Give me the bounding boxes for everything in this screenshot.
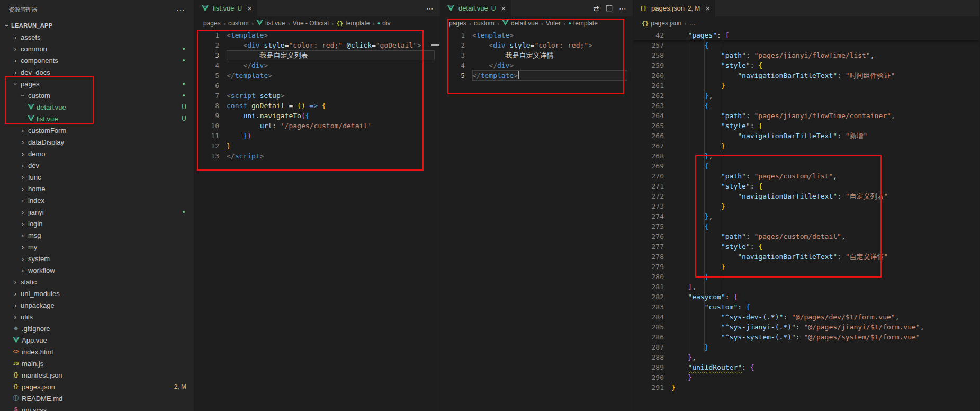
- tree-folder-dev[interactable]: ›dev: [0, 159, 194, 171]
- tree-folder-demo[interactable]: ›demo: [0, 148, 194, 159]
- breadcrumb-item-div[interactable]: ●div: [377, 20, 391, 27]
- code-line-3[interactable]: 3 我是自定义列表: [195, 50, 440, 60]
- code-line-10[interactable]: 10 url: '/pages/custom/detail': [195, 121, 440, 131]
- code-line-284[interactable]: 284 "^sys-dev-(.*)": "@/pages/dev/$1/for…: [633, 312, 979, 322]
- code-editor-list-vue[interactable]: 1<template>2 <div style="color: red;" @c…: [195, 30, 440, 411]
- code-line-279[interactable]: 279 }: [633, 262, 979, 272]
- breadcrumb-item-Vuter[interactable]: Vuter: [546, 20, 561, 27]
- code-line-4[interactable]: 4 </div>: [195, 60, 440, 70]
- tree-folder-msg[interactable]: ›msg: [0, 229, 194, 241]
- tree-folder-pages[interactable]: ›pages●: [0, 78, 194, 90]
- close-icon[interactable]: ×: [247, 4, 252, 12]
- tree-folder-dev_docs[interactable]: ›dev_docs: [0, 66, 194, 78]
- tree-folder-func[interactable]: ›func: [0, 171, 194, 183]
- code-line-5[interactable]: 5</template>: [440, 70, 633, 81]
- code-line-257[interactable]: 257 {: [633, 40, 979, 50]
- code-line-263[interactable]: 263 {: [633, 101, 979, 111]
- code-editor-detail-vue[interactable]: 1<template>2 <div style="color: red;">3 …: [440, 30, 633, 411]
- code-line-287[interactable]: 287 }: [633, 342, 979, 352]
- code-line-280[interactable]: 280 }: [633, 272, 979, 282]
- code-line-264[interactable]: 264 "path": "pages/jianyi/flowTime/conta…: [633, 111, 979, 121]
- code-line-281[interactable]: 281 ],: [633, 282, 979, 292]
- tree-folder-common[interactable]: ›common●: [0, 43, 194, 55]
- breadcrumb-item-pages[interactable]: pages: [449, 20, 466, 27]
- compare-changes-icon[interactable]: ⇄: [593, 5, 599, 12]
- code-line-274[interactable]: 274 },: [633, 211, 979, 221]
- close-icon[interactable]: ×: [501, 4, 506, 12]
- code-line-267[interactable]: 267 }: [633, 141, 979, 151]
- code-line-7[interactable]: 7<script setup>: [195, 91, 440, 101]
- code-line-6[interactable]: 6: [195, 81, 440, 91]
- tree-folder-components[interactable]: ›components●: [0, 55, 194, 66]
- code-line-260[interactable]: 260 "navigationBarTitleText": "时间组件验证": [633, 70, 979, 81]
- tree-file-App.vue[interactable]: App.vue: [0, 334, 194, 346]
- code-line-11[interactable]: 11 }): [195, 131, 440, 141]
- code-line-289[interactable]: 289 "uniIdRouter": {: [633, 362, 979, 372]
- code-line-286[interactable]: 286 "^sys-system-(.*)": "@/pages/system/…: [633, 332, 979, 342]
- code-line-268[interactable]: 268 },: [633, 151, 979, 161]
- breadcrumb-item-pages.json[interactable]: {}pages.json: [642, 20, 681, 27]
- code-line-269[interactable]: 269 {: [633, 161, 979, 171]
- breadcrumb-item-detail.vue[interactable]: detail.vue: [502, 20, 538, 28]
- code-line-261[interactable]: 261 }: [633, 81, 979, 91]
- breadcrumb-item-custom[interactable]: custom: [474, 20, 495, 27]
- code-line-290[interactable]: 290 }: [633, 372, 979, 382]
- code-line-276[interactable]: 276 "path": "pages/custom/detail",: [633, 231, 979, 242]
- breadcrumb-item-…[interactable]: …: [689, 20, 696, 27]
- tree-folder-customForm[interactable]: ›customForm: [0, 124, 194, 136]
- code-line-266[interactable]: 266 "navigationBarTitleText": "新增": [633, 131, 979, 141]
- code-line-259[interactable]: 259 "style": {: [633, 60, 979, 70]
- code-line-1[interactable]: 1<template>: [195, 30, 440, 40]
- sticky-line-42[interactable]: 42 "pages": [: [633, 30, 979, 40]
- code-line-265[interactable]: 265 "style": {: [633, 121, 979, 131]
- code-line-275[interactable]: 275 {: [633, 221, 979, 231]
- tree-folder-workflow[interactable]: ›workflow: [0, 264, 194, 276]
- tree-folder-index[interactable]: ›index: [0, 194, 194, 206]
- tree-file-.gitignore[interactable]: ◆.gitignore: [0, 323, 194, 334]
- code-line-285[interactable]: 285 "^sys-jianyi-(.*)": "@/pages/jianyi/…: [633, 322, 979, 332]
- tree-file-detail.vue[interactable]: detail.vueU: [0, 101, 194, 113]
- code-line-8[interactable]: 8const goDetail = () => {: [195, 101, 440, 111]
- tree-folder-static[interactable]: ›static: [0, 276, 194, 288]
- tab-pages-json[interactable]: {} pages.json 2, M ×: [633, 0, 715, 16]
- tree-folder-login[interactable]: ›login: [0, 218, 194, 229]
- tab-list-vue[interactable]: list.vue U ×: [195, 0, 257, 16]
- tree-file-pages.json[interactable]: {}pages.json2, M: [0, 381, 194, 392]
- code-line-5[interactable]: 5</template>: [195, 70, 440, 81]
- breadcrumb-item-template[interactable]: {}template: [336, 20, 370, 27]
- tab-detail-vue[interactable]: detail.vue U ×: [440, 0, 511, 16]
- code-line-278[interactable]: 278 "navigationBarTitleText": "自定义详情": [633, 252, 979, 262]
- breadcrumb-item-Vue - Official[interactable]: Vue - Official: [293, 20, 329, 27]
- code-line-283[interactable]: 283 "custom": {: [633, 302, 979, 312]
- breadcrumb-item-pages[interactable]: pages: [203, 20, 221, 27]
- tree-file-list.vue[interactable]: list.vueU: [0, 113, 194, 124]
- code-line-282[interactable]: 282 "easycom": {: [633, 292, 979, 302]
- code-line-4[interactable]: 4 </div>: [440, 60, 633, 70]
- tree-folder-custom[interactable]: ›custom●: [0, 90, 194, 101]
- tree-file-manifest.json[interactable]: {}manifest.json: [0, 369, 194, 381]
- workspace-root-header[interactable]: › LEARUN_APP: [0, 20, 194, 31]
- tree-folder-uni_modules[interactable]: ›uni_modules: [0, 288, 194, 299]
- tree-folder-utils[interactable]: ›utils: [0, 311, 194, 323]
- tree-folder-home[interactable]: ›home: [0, 183, 194, 194]
- breadcrumb-item-list.vue[interactable]: list.vue: [256, 20, 285, 28]
- tree-folder-system[interactable]: ›system: [0, 253, 194, 264]
- code-line-3[interactable]: 3 我是自定义详情: [440, 50, 633, 60]
- tree-folder-jianyi[interactable]: ›jianyi●: [0, 206, 194, 218]
- code-line-2[interactable]: 2 <div style="color: red;">: [440, 40, 633, 50]
- code-line-2[interactable]: 2 <div style="color: red;" @click="goDet…: [195, 40, 440, 50]
- code-line-272[interactable]: 272 "navigationBarTitleText": "自定义列表": [633, 191, 979, 201]
- code-line-262[interactable]: 262 },: [633, 91, 979, 101]
- code-line-270[interactable]: 270 "path": "pages/custom/list",: [633, 171, 979, 181]
- more-actions-icon[interactable]: ⋯: [426, 5, 434, 12]
- close-icon[interactable]: ×: [705, 4, 710, 12]
- tree-file-README.md[interactable]: ⓘREADME.md: [0, 392, 194, 404]
- tree-folder-my[interactable]: ›my: [0, 241, 194, 253]
- code-line-277[interactable]: 277 "style": {: [633, 242, 979, 252]
- split-editor-icon[interactable]: [606, 5, 613, 12]
- code-line-1[interactable]: 1<template>: [440, 30, 633, 40]
- code-line-288[interactable]: 288 },: [633, 352, 979, 362]
- explorer-more-icon[interactable]: ⋯: [176, 6, 185, 14]
- breadcrumb-item-template[interactable]: ●template: [568, 20, 597, 27]
- code-line-271[interactable]: 271 "style": {: [633, 181, 979, 191]
